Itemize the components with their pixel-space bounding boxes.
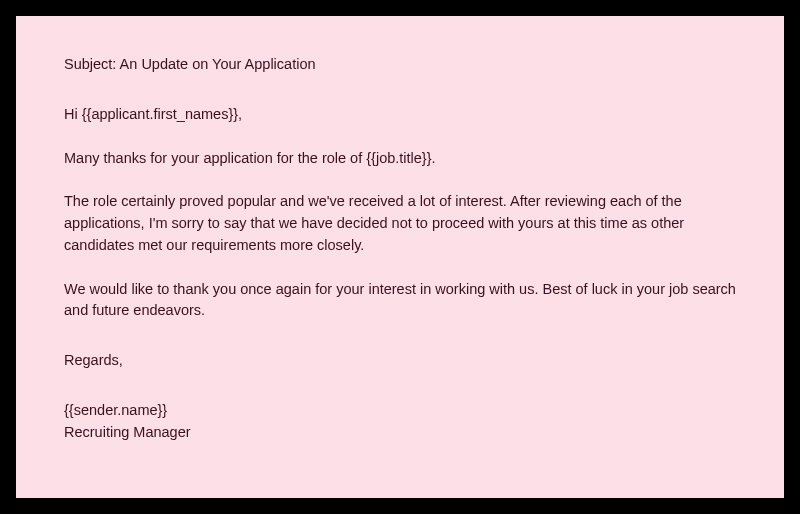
email-paragraph-1: Many thanks for your application for the… <box>64 148 736 170</box>
email-paragraph-3: We would like to thank you once again fo… <box>64 279 736 323</box>
email-regards: Regards, <box>64 350 736 372</box>
email-greeting: Hi {{applicant.first_names}}, <box>64 104 736 126</box>
email-signature: {{sender.name}} Recruiting Manager <box>64 400 736 444</box>
sender-name: {{sender.name}} <box>64 400 736 422</box>
email-subject: Subject: An Update on Your Application <box>64 54 736 76</box>
email-template: Subject: An Update on Your Application H… <box>16 16 784 498</box>
sender-title: Recruiting Manager <box>64 422 736 444</box>
email-paragraph-2: The role certainly proved popular and we… <box>64 191 736 256</box>
